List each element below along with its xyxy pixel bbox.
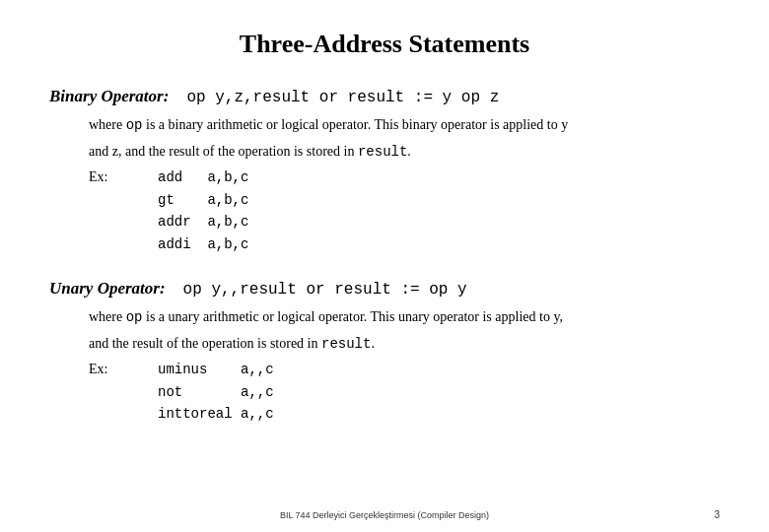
binary-desc-line1: where op is a binary arithmetic or logic…: [89, 114, 720, 137]
binary-examples: Ex: add a,b,c gt a,b,c addr a,b,c addi a…: [89, 166, 720, 255]
unary-operator-section: Unary Operator: op y,,result or result :…: [49, 279, 720, 426]
footer-text: BIL 744 Derleyici Gerçekleştirmesi (Comp…: [0, 510, 769, 520]
binary-body: where op is a binary arithmetic or logic…: [49, 114, 720, 255]
binary-ex-2: gt a,b,c: [158, 189, 248, 211]
unary-label: Unary Operator:: [49, 279, 166, 299]
unary-desc-line2: and the result of the operation is store…: [89, 333, 720, 356]
page: Three-Address Statements Binary Operator…: [0, 0, 769, 532]
binary-ex-label: Ex:: [89, 166, 158, 188]
unary-result-inline: result: [321, 336, 371, 352]
binary-op-inline: op: [126, 117, 143, 133]
unary-ex-label: Ex:: [89, 359, 158, 380]
binary-syntax: op y,z,result or result := y op z: [186, 89, 499, 106]
footer-page: 3: [714, 509, 720, 520]
binary-desc-line2: and z, and the result of the operation i…: [89, 141, 720, 164]
unary-header: Unary Operator: op y,,result or result :…: [49, 279, 720, 299]
binary-result-inline: result: [358, 144, 407, 160]
binary-header: Binary Operator: op y,z,result or result…: [49, 87, 720, 106]
unary-ex-2: not a,,c: [158, 381, 274, 403]
binary-operator-section: Binary Operator: op y,z,result or result…: [49, 87, 720, 255]
binary-ex-3: addr a,b,c: [158, 211, 248, 233]
unary-syntax: op y,,result or result := op y: [183, 281, 467, 299]
binary-ex-1: add a,b,c: [158, 166, 248, 188]
unary-ex-1: uminus a,,c: [158, 359, 274, 380]
unary-ex-3: inttoreal a,,c: [158, 403, 274, 425]
unary-body: where op is a unary arithmetic or logica…: [49, 306, 720, 426]
unary-desc-line1: where op is a unary arithmetic or logica…: [89, 306, 720, 329]
unary-op-inline: op: [126, 309, 143, 325]
binary-ex-4: addi a,b,c: [158, 233, 248, 255]
unary-examples: Ex: uminus a,,c not a,,c inttoreal a,,c: [89, 359, 720, 425]
binary-label: Binary Operator:: [49, 87, 169, 106]
unary-ex-codes: uminus a,,c not a,,c inttoreal a,,c: [158, 359, 274, 425]
binary-ex-codes: add a,b,c gt a,b,c addr a,b,c addi a,b,c: [158, 166, 248, 255]
page-title: Three-Address Statements: [49, 30, 720, 59]
